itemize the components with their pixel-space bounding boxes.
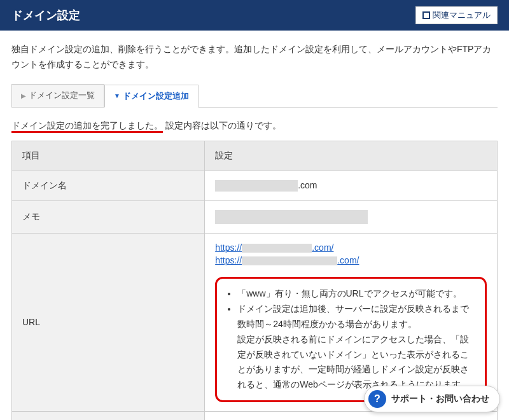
table-row: URL https://.com/ https://.com/ 「www」有り・… <box>12 233 498 411</box>
row-value-domain: .com <box>205 171 498 200</box>
page-title: ドメイン設定 <box>11 8 80 23</box>
col-header-item: 項目 <box>12 141 205 171</box>
chevron-down-icon: ▼ <box>114 92 120 99</box>
table-row: メモ <box>12 200 498 233</box>
table-row: ドメイン名 .com <box>12 171 498 200</box>
row-label-domain: ドメイン名 <box>12 171 205 200</box>
status-highlight: ドメイン設定の追加を完了しました。 <box>11 120 163 133</box>
content-area: 独自ドメイン設定の追加、削除を行うことができます。追加したドメイン設定を利用して… <box>0 31 509 420</box>
tab-domain-add[interactable]: ▼ ドメイン設定追加 <box>104 85 199 108</box>
book-icon <box>422 11 430 19</box>
redacted-text <box>242 244 312 253</box>
row-value-url: https://.com/ https://.com/ 「www」有り・無し両方… <box>205 233 498 411</box>
support-label: サポート・お問い合わせ <box>391 393 489 405</box>
page-description: 独自ドメイン設定の追加、削除を行うことができます。追加したドメイン設定を利用して… <box>11 42 498 73</box>
manual-label: 関連マニュアル <box>433 10 491 21</box>
table-row: 無料独自SSL設定 設定済 無料独自SSL設定が反映するまで、最大1時間程度かか… <box>12 412 498 420</box>
row-value-ssl: 設定済 無料独自SSL設定が反映するまで、最大1時間程度かかります。 い。 <box>205 412 498 420</box>
redacted-text <box>215 180 298 192</box>
chevron-right-icon: ▶ <box>21 92 26 99</box>
notice-item: 「www」有り・無し両方のURLでアクセスが可能です。 <box>237 286 476 302</box>
row-label-ssl: 無料独自SSL設定 <box>12 412 205 420</box>
tab-domain-list[interactable]: ▶ ドメイン設定一覧 <box>11 84 104 107</box>
support-button[interactable]: ? サポート・お問い合わせ <box>364 386 500 412</box>
row-label-url: URL <box>12 233 205 411</box>
status-message: ドメイン設定の追加を完了しました。 設定内容は以下の通りです。 <box>11 120 498 132</box>
page-header: ドメイン設定 関連マニュアル <box>0 0 509 31</box>
row-value-memo <box>205 200 498 233</box>
redacted-text <box>215 210 368 224</box>
url-link-2[interactable]: https://.com/ <box>215 255 359 265</box>
url-link-1[interactable]: https://.com/ <box>215 242 333 253</box>
url-notice-box: 「www」有り・無し両方のURLでアクセスが可能です。 ドメイン設定は追加後、サ… <box>215 277 487 402</box>
settings-table: 項目 設定 ドメイン名 .com メモ URL htt <box>11 141 498 420</box>
notice-item: ドメイン設定は追加後、サーバーに設定が反映されるまで数時間～24時間程度かかる場… <box>237 302 476 332</box>
redacted-text <box>242 256 337 265</box>
col-header-setting: 設定 <box>205 141 498 171</box>
question-icon: ? <box>368 390 386 408</box>
row-label-memo: メモ <box>12 200 205 233</box>
related-manual-button[interactable]: 関連マニュアル <box>415 6 498 24</box>
status-rest: 設定内容は以下の通りです。 <box>165 120 281 130</box>
notice-continuation: 設定が反映される前にドメインにアクセスした場合、「設定が反映されていないドメイン… <box>226 332 476 393</box>
tab-bar: ▶ ドメイン設定一覧 ▼ ドメイン設定追加 <box>11 84 498 108</box>
